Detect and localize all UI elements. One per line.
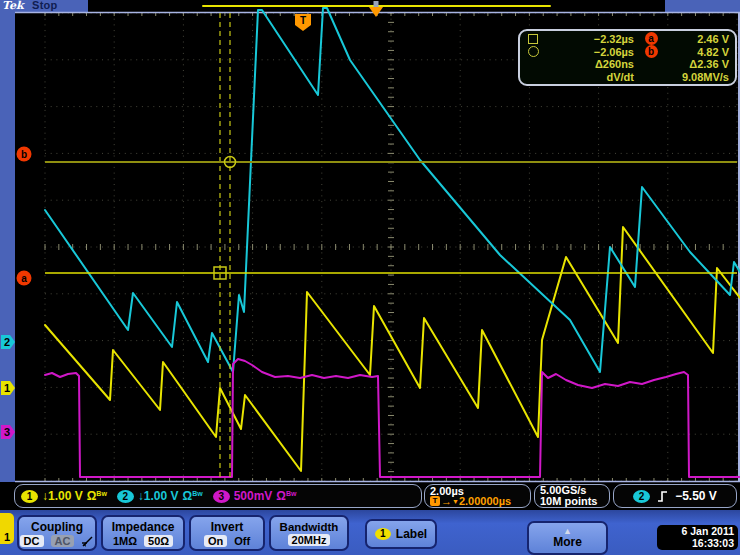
trigger-level: −5.50 V: [675, 489, 717, 503]
ground-coupling-icon[interactable]: [81, 535, 94, 547]
cursor-b-badge: b: [645, 45, 658, 58]
channel-2-coupling: ΩBw: [183, 489, 203, 503]
more-button[interactable]: ▲ More: [527, 521, 608, 555]
channel-1-scale: ↓1.00 V: [42, 489, 83, 503]
trigger-source-badge: 2: [633, 490, 650, 503]
oscilloscope-screen: Tek Stop ba213T −2.32µs a 2.46 V −2.06µs…: [0, 0, 740, 555]
coupling-ac-option[interactable]: AC: [51, 535, 75, 547]
cursor-delta-value: Δ2.36 V: [668, 58, 729, 70]
dvdt-value: 9.08MV/s: [668, 71, 729, 83]
impedance-50-option[interactable]: 50Ω: [144, 535, 173, 547]
svg-text:T: T: [300, 15, 306, 26]
channel-2-badge: 2: [117, 490, 134, 503]
timebase-scale: 2.00µs: [430, 486, 464, 496]
cursor-a-value: 2.46 V: [668, 33, 729, 45]
circle-cursor-symbol: [528, 46, 552, 57]
impedance-1m-option[interactable]: 1MΩ: [113, 535, 137, 547]
more-button-text: More: [553, 535, 582, 549]
coupling-button[interactable]: Coupling DC AC: [17, 515, 97, 551]
acquisition-readout[interactable]: 5.00GS/s 10M points: [534, 484, 610, 508]
cursor-row-a: −2.32µs a 2.46 V: [528, 32, 729, 45]
impedance-button[interactable]: Impedance 1MΩ 50Ω: [101, 515, 185, 551]
timebase-delay: T→▼2.00000µs: [430, 496, 511, 507]
datetime-display: 6 Jan 2011 16:33:03: [657, 525, 738, 550]
label-button-text: Label: [396, 527, 427, 541]
delay-marker-icon: ▼: [452, 496, 459, 507]
label-channel-badge: 1: [375, 528, 391, 540]
cursor-delta-time: Δ260ns: [552, 58, 634, 70]
channel-1-readout[interactable]: 1 ↓1.00 V ΩBw: [21, 489, 107, 503]
cursor-readout-box: −2.32µs a 2.46 V −2.06µs b 4.82 V Δ260ns…: [518, 29, 737, 86]
trigger-readout[interactable]: 2 −5.50 V: [613, 484, 737, 508]
svg-text:b: b: [21, 149, 27, 160]
channel-1-badge: 1: [21, 490, 38, 503]
cursor-b-value: 4.82 V: [668, 46, 729, 58]
channel-3-scale: 500mV: [234, 489, 273, 503]
record-length: 10M points: [540, 496, 597, 507]
channel-3-coupling: ΩBw: [276, 489, 296, 503]
channel-3-badge: 3: [213, 490, 230, 503]
bottom-menu-bar: 1 Coupling DC AC Impedance 1MΩ 50Ω Inver…: [0, 510, 740, 555]
coupling-title: Coupling: [31, 520, 83, 534]
label-button[interactable]: 1 Label: [365, 519, 437, 549]
invert-on-option[interactable]: On: [204, 535, 227, 547]
cursor-a-time: −2.32µs: [552, 33, 634, 45]
cursor-a-badge: a: [645, 32, 658, 45]
channel-2-scale: ↓1.00 V: [138, 489, 179, 503]
svg-text:3: 3: [4, 426, 10, 438]
time-text: 16:33:03: [657, 538, 734, 550]
channel-menu-tab[interactable]: 1: [0, 513, 14, 544]
bandwidth-title: Bandwidth: [280, 521, 339, 533]
dvdt-label: dV/dt: [552, 71, 634, 83]
timebase-readout[interactable]: 2.00µs T→▼2.00000µs: [424, 484, 531, 508]
channel-2-readout[interactable]: 2 ↓1.00 V ΩBw: [117, 489, 203, 503]
bandwidth-value[interactable]: 20MHz: [288, 534, 331, 546]
impedance-title: Impedance: [112, 520, 175, 534]
svg-text:2: 2: [4, 336, 10, 348]
rising-edge-icon: [657, 490, 668, 503]
invert-button[interactable]: Invert On Off: [189, 515, 265, 551]
svg-text:a: a: [21, 273, 27, 284]
invert-title: Invert: [211, 520, 244, 534]
cursor-row-b: −2.06µs b 4.82 V: [528, 45, 729, 58]
date-text: 6 Jan 2011: [657, 526, 734, 538]
bandwidth-button[interactable]: Bandwidth 20MHz: [269, 515, 349, 551]
cursor-delta-row: Δ260ns Δ2.36 V: [528, 58, 729, 71]
trigger-t-chip: T: [430, 496, 440, 506]
channel-1-coupling: ΩBw: [87, 489, 107, 503]
coupling-dc-option[interactable]: DC: [20, 535, 44, 547]
cursor-dvdt-row: dV/dt 9.08MV/s: [528, 71, 729, 84]
square-cursor-symbol: [528, 34, 552, 44]
cursor-b-time: −2.06µs: [552, 46, 634, 58]
invert-off-option[interactable]: Off: [234, 535, 250, 547]
svg-text:1: 1: [4, 382, 10, 394]
channel-readout-bar[interactable]: 1 ↓1.00 V ΩBw 2 ↓1.00 V ΩBw 3 500mV ΩBw: [14, 484, 422, 508]
more-up-arrow-icon: ▲: [563, 528, 572, 535]
channel-3-readout[interactable]: 3 500mV ΩBw: [213, 489, 297, 503]
